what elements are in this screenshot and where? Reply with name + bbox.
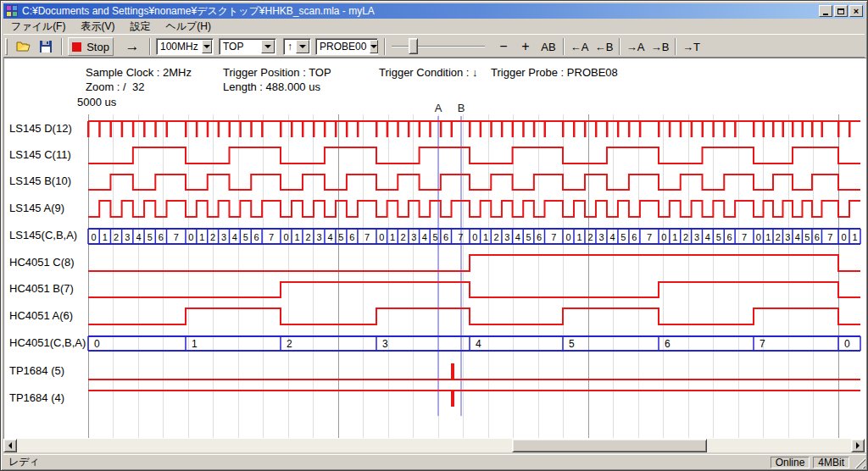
scroll-left-button[interactable] bbox=[3, 439, 17, 452]
svg-text:1: 1 bbox=[199, 232, 204, 242]
svg-text:5: 5 bbox=[243, 232, 248, 242]
svg-text:6: 6 bbox=[443, 232, 448, 242]
channel-trace-10 bbox=[88, 391, 860, 407]
svg-text:7: 7 bbox=[742, 232, 747, 242]
svg-text:0: 0 bbox=[565, 232, 570, 242]
status-ready-text: レディ bbox=[3, 455, 771, 469]
svg-text:3: 3 bbox=[785, 232, 790, 242]
svg-text:5: 5 bbox=[147, 232, 153, 242]
scroll-left-icon bbox=[8, 442, 12, 449]
status-memory-badge: 4MBit bbox=[813, 457, 849, 468]
channel-trace-1 bbox=[88, 147, 860, 163]
svg-text:2: 2 bbox=[401, 232, 406, 242]
channel-trace-6 bbox=[88, 282, 860, 297]
svg-text:6: 6 bbox=[727, 232, 732, 242]
cursor-label-B: B bbox=[458, 102, 465, 114]
svg-text:5: 5 bbox=[716, 232, 721, 242]
svg-text:2: 2 bbox=[114, 232, 119, 242]
info-trigger-position: Trigger Position : TOP bbox=[223, 66, 331, 79]
svg-text:6: 6 bbox=[159, 232, 164, 242]
svg-text:7: 7 bbox=[827, 232, 832, 242]
time-per-division-label: 5000 us bbox=[77, 96, 116, 108]
svg-text:2: 2 bbox=[210, 232, 215, 242]
channel-trace-3 bbox=[88, 201, 860, 217]
svg-text:2: 2 bbox=[683, 232, 688, 242]
svg-text:3: 3 bbox=[694, 232, 699, 242]
svg-text:5: 5 bbox=[338, 232, 343, 242]
svg-text:0: 0 bbox=[756, 232, 761, 242]
svg-text:5: 5 bbox=[620, 232, 626, 242]
status-online-badge: Online bbox=[771, 457, 810, 468]
svg-text:5: 5 bbox=[569, 338, 575, 350]
svg-text:7: 7 bbox=[760, 338, 765, 350]
svg-text:2: 2 bbox=[587, 232, 593, 242]
channel-trace-7 bbox=[88, 308, 860, 324]
svg-text:4: 4 bbox=[136, 232, 141, 242]
info-zoom: Zoom : / 32 bbox=[86, 80, 144, 93]
svg-text:4: 4 bbox=[609, 232, 615, 242]
channel-trace-9 bbox=[88, 363, 860, 380]
svg-text:5: 5 bbox=[432, 232, 437, 242]
cursor-label-A: A bbox=[435, 102, 442, 114]
svg-text:0: 0 bbox=[472, 232, 477, 242]
svg-text:5: 5 bbox=[804, 232, 810, 242]
svg-text:3: 3 bbox=[125, 232, 130, 242]
svg-text:1: 1 bbox=[672, 232, 677, 242]
svg-text:6: 6 bbox=[349, 232, 354, 242]
channel-trace-5 bbox=[88, 255, 860, 271]
svg-text:0: 0 bbox=[92, 232, 97, 242]
svg-text:0: 0 bbox=[283, 232, 288, 242]
horizontal-scrollbar[interactable] bbox=[3, 439, 866, 452]
channel-trace-2 bbox=[88, 175, 860, 190]
scrollbar-thumb[interactable] bbox=[512, 439, 707, 452]
scroll-right-button[interactable] bbox=[851, 439, 865, 452]
svg-text:6: 6 bbox=[815, 232, 820, 242]
svg-text:3: 3 bbox=[504, 232, 509, 242]
channel-trace-0 bbox=[87, 121, 860, 137]
info-trigger-probe: Trigger Probe : PROBE08 bbox=[491, 66, 618, 79]
svg-text:2: 2 bbox=[776, 232, 781, 242]
svg-text:1: 1 bbox=[192, 338, 198, 350]
svg-text:6: 6 bbox=[632, 232, 637, 242]
info-length: Length : 488.000 us bbox=[223, 80, 320, 93]
svg-text:0: 0 bbox=[661, 232, 666, 242]
svg-text:7: 7 bbox=[647, 232, 652, 242]
svg-text:4: 4 bbox=[515, 232, 520, 242]
svg-text:2: 2 bbox=[305, 232, 310, 242]
channel-trace-4: 0123456701234567012345670123456701234567… bbox=[88, 229, 860, 244]
svg-text:0: 0 bbox=[844, 338, 850, 350]
svg-text:6: 6 bbox=[665, 338, 670, 350]
app-window: C:¥Documents and Settings¥noname¥デスクトップ¥… bbox=[0, 0, 868, 471]
svg-text:7: 7 bbox=[551, 232, 556, 242]
info-trigger-condition: Trigger Condition : ↓ bbox=[379, 66, 478, 79]
channel-trace-8: 012345670 bbox=[88, 336, 860, 351]
svg-text:5: 5 bbox=[526, 232, 531, 242]
svg-text:1: 1 bbox=[294, 232, 299, 242]
svg-text:4: 4 bbox=[422, 232, 427, 242]
svg-text:7: 7 bbox=[364, 232, 370, 242]
svg-text:7: 7 bbox=[174, 232, 179, 242]
svg-text:7: 7 bbox=[458, 232, 463, 242]
svg-text:2: 2 bbox=[494, 232, 499, 242]
svg-text:7: 7 bbox=[269, 232, 274, 242]
svg-text:6: 6 bbox=[254, 232, 259, 242]
svg-text:0: 0 bbox=[841, 232, 846, 242]
svg-text:1: 1 bbox=[765, 232, 771, 242]
scroll-right-icon bbox=[856, 442, 860, 449]
svg-text:0: 0 bbox=[379, 232, 384, 242]
svg-text:1: 1 bbox=[483, 232, 488, 242]
svg-text:0: 0 bbox=[94, 338, 100, 350]
info-sample-clock: Sample Clock : 2MHz bbox=[86, 66, 192, 79]
resize-grip[interactable] bbox=[854, 457, 865, 468]
svg-text:3: 3 bbox=[411, 232, 416, 242]
svg-text:4: 4 bbox=[232, 232, 237, 242]
svg-text:3: 3 bbox=[382, 338, 388, 350]
svg-text:4: 4 bbox=[795, 232, 800, 242]
svg-text:1: 1 bbox=[852, 232, 857, 242]
status-bar: レディ Online 4MBit bbox=[3, 454, 866, 469]
svg-text:4: 4 bbox=[705, 232, 710, 242]
svg-text:3: 3 bbox=[221, 232, 226, 242]
svg-text:1: 1 bbox=[576, 232, 581, 242]
svg-text:1: 1 bbox=[390, 232, 395, 242]
svg-text:2: 2 bbox=[287, 338, 292, 350]
